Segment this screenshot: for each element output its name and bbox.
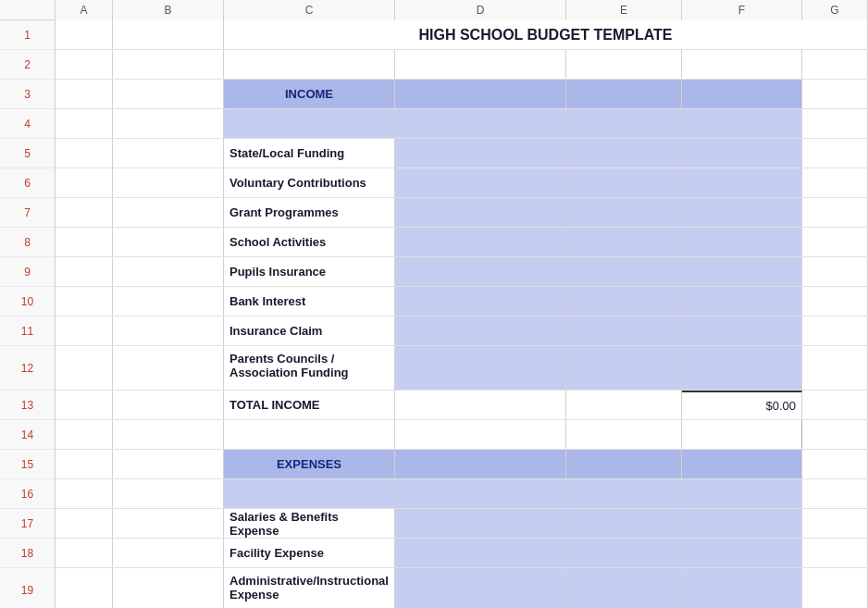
row-num-13: 13 bbox=[0, 391, 55, 420]
grant-programmes-label: Grant Programmes bbox=[224, 198, 395, 227]
voluntary-contributions-label: Voluntary Contributions bbox=[224, 168, 395, 197]
r13-e bbox=[566, 391, 682, 419]
row-11: Insurance Claim bbox=[56, 316, 868, 346]
row-19: Administrative/Instructional Expense bbox=[56, 568, 868, 608]
r19-a bbox=[56, 568, 113, 608]
row-num-11: 11 bbox=[0, 316, 55, 346]
r17-g bbox=[802, 509, 868, 538]
r6-f bbox=[682, 168, 802, 197]
r16-e bbox=[566, 479, 682, 508]
salaries-benefits-label: Salaries & Benefits Expense bbox=[224, 509, 395, 538]
state-local-label: State/Local Funding bbox=[224, 139, 395, 168]
row-num-3: 3 bbox=[0, 80, 55, 109]
state-local-value[interactable] bbox=[395, 139, 566, 168]
r16-a bbox=[56, 479, 113, 508]
r16-d bbox=[395, 479, 566, 508]
r14-d bbox=[395, 420, 566, 449]
row-4 bbox=[56, 109, 868, 139]
r2-d bbox=[395, 50, 566, 79]
admin-instructional-label: Administrative/Instructional Expense bbox=[224, 568, 395, 608]
r5-g bbox=[802, 139, 868, 168]
row-num-17: 17 bbox=[0, 509, 55, 539]
row-num-12: 12 bbox=[0, 346, 55, 391]
r15-g bbox=[802, 450, 868, 478]
row-num-18: 18 bbox=[0, 539, 55, 568]
r2-f bbox=[682, 50, 802, 79]
insurance-claim-label: Insurance Claim bbox=[224, 316, 395, 345]
r4-a bbox=[56, 109, 113, 138]
col-header-a: A bbox=[56, 0, 113, 20]
r12-f bbox=[682, 346, 802, 390]
row-10: Bank Interest bbox=[56, 287, 868, 316]
corner-cell bbox=[0, 0, 56, 19]
r9-g bbox=[802, 257, 868, 286]
r10-a bbox=[56, 287, 113, 316]
facility-expense-value[interactable] bbox=[395, 539, 566, 567]
row-num-15: 15 bbox=[0, 450, 55, 479]
r15-b bbox=[113, 450, 224, 478]
r2-c bbox=[224, 50, 395, 79]
r9-e bbox=[566, 257, 682, 286]
r7-f bbox=[682, 198, 802, 227]
bank-interest-label: Bank Interest bbox=[224, 287, 395, 316]
row-7: Grant Programmes bbox=[56, 198, 868, 228]
r13-g bbox=[802, 391, 868, 419]
insurance-claim-value[interactable] bbox=[395, 316, 566, 345]
bank-interest-value[interactable] bbox=[395, 287, 566, 316]
expenses-header-c: EXPENSES bbox=[224, 450, 395, 478]
r11-f bbox=[682, 316, 802, 345]
row-num-5: 5 bbox=[0, 139, 55, 168]
r19-f bbox=[682, 568, 802, 608]
row-16 bbox=[56, 479, 868, 509]
r1-b bbox=[113, 20, 224, 49]
r19-g bbox=[802, 568, 868, 608]
r4-f bbox=[682, 109, 802, 138]
r13-a bbox=[56, 391, 113, 419]
r9-b bbox=[113, 257, 224, 286]
r8-g bbox=[802, 228, 868, 256]
r11-a bbox=[56, 316, 113, 345]
row-num-4: 4 bbox=[0, 109, 55, 139]
admin-instructional-value[interactable] bbox=[395, 568, 566, 608]
grid-content: HIGH SCHOOL BUDGET TEMPLATE INCOME bbox=[56, 20, 868, 608]
voluntary-contributions-value[interactable] bbox=[395, 168, 566, 197]
r15-a bbox=[56, 450, 113, 478]
expenses-header-f bbox=[682, 450, 802, 478]
r16-f bbox=[682, 479, 802, 508]
row-3: INCOME bbox=[56, 80, 868, 109]
r13-d bbox=[395, 391, 566, 419]
r19-e bbox=[566, 568, 682, 608]
r18-a bbox=[56, 539, 113, 567]
r16-b bbox=[113, 479, 224, 508]
col-header-c: C bbox=[224, 0, 395, 20]
r10-e bbox=[566, 287, 682, 316]
r4-g bbox=[802, 109, 868, 138]
row-9: Pupils Insurance bbox=[56, 257, 868, 287]
grant-programmes-value[interactable] bbox=[395, 198, 566, 227]
r6-e bbox=[566, 168, 682, 197]
school-activities-value[interactable] bbox=[395, 228, 566, 256]
r1-a bbox=[56, 20, 113, 49]
pupils-insurance-value[interactable] bbox=[395, 257, 566, 286]
r6-a bbox=[56, 168, 113, 197]
r18-b bbox=[113, 539, 224, 567]
r11-e bbox=[566, 316, 682, 345]
r13-b bbox=[113, 391, 224, 419]
income-header-d bbox=[395, 80, 566, 108]
r3-g bbox=[802, 80, 868, 108]
parents-councils-value[interactable] bbox=[395, 346, 566, 390]
r7-e bbox=[566, 198, 682, 227]
pupils-insurance-label: Pupils Insurance bbox=[224, 257, 395, 286]
row-num-1: 1 bbox=[0, 20, 55, 50]
row-num-9: 9 bbox=[0, 257, 55, 287]
col-header-e: E bbox=[566, 0, 682, 20]
grid-body: 1 2 3 4 5 6 7 8 9 10 11 12 13 14 15 16 1… bbox=[0, 20, 868, 608]
row-num-7: 7 bbox=[0, 198, 55, 228]
r7-g bbox=[802, 198, 868, 227]
r14-b bbox=[113, 420, 224, 449]
r10-g bbox=[802, 287, 868, 316]
col-header-g: G bbox=[802, 0, 868, 20]
r10-b bbox=[113, 287, 224, 316]
salaries-benefits-value[interactable] bbox=[395, 509, 566, 538]
row-num-14: 14 bbox=[0, 420, 55, 450]
